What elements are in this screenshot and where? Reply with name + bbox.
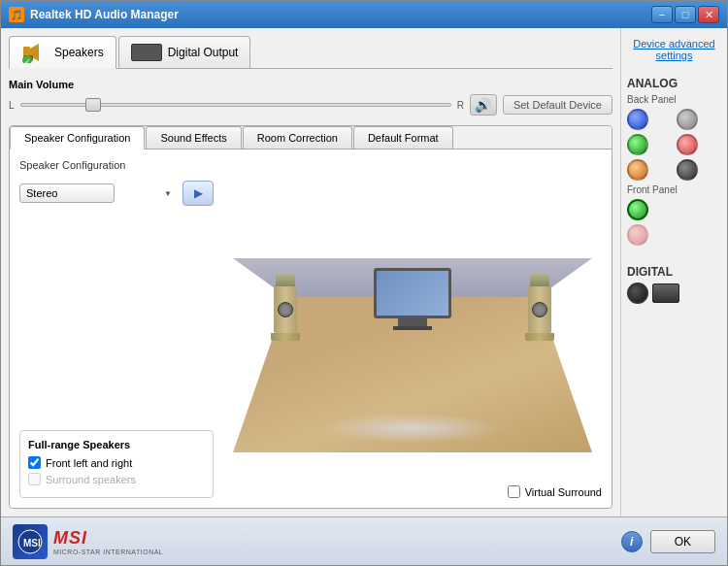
volume-label: Main Volume: [9, 79, 612, 90]
bottom-bar: MSI MSI MICRO-STAR INTERNATIONAL i OK: [1, 516, 727, 565]
front-port-pink[interactable]: [627, 224, 648, 246]
speaker-3d-left: [272, 273, 299, 341]
ok-button[interactable]: OK: [650, 530, 715, 553]
stage: [223, 258, 602, 452]
bottom-right: i OK: [621, 530, 715, 553]
front-port-empty1: [677, 199, 698, 220]
minimize-button[interactable]: −: [651, 6, 673, 23]
main-window: 🎵 Realtek HD Audio Manager − □ ✕: [0, 0, 728, 566]
volume-row: L R 🔊 Set Default Device: [9, 94, 612, 116]
monitor-base: [393, 326, 432, 330]
stage-area: [223, 159, 602, 482]
left-speaker: [272, 273, 299, 341]
window-controls: − □ ✕: [651, 6, 719, 23]
svg-text:✓: ✓: [24, 57, 31, 63]
info-icon: i: [630, 535, 633, 549]
analog-title: ANALOG: [627, 77, 721, 90]
surround-speakers-label: Surround speakers: [46, 474, 136, 485]
speaker-body-left: [274, 286, 297, 333]
inner-tab-speaker-config[interactable]: Speaker Configuration: [10, 126, 145, 150]
port-gray[interactable]: [677, 109, 698, 130]
speaker-config-label: Speaker Configuration: [19, 159, 214, 171]
speaker-cone-right: [532, 302, 547, 317]
front-port-green[interactable]: [627, 199, 648, 220]
speaker-config-select-wrapper: Stereo Quadraphonic 5.1 Surround 7.1 Sur…: [19, 183, 177, 203]
port-pink[interactable]: [677, 134, 698, 155]
inner-tab-default-format[interactable]: Default Format: [353, 126, 453, 149]
msi-brand: MSI: [53, 528, 163, 549]
inner-content: Speaker Configuration Stereo Quadraphoni…: [10, 150, 612, 508]
inner-tab-sound-effects-label: Sound Effects: [160, 132, 226, 144]
digital-port-coaxial[interactable]: [652, 283, 679, 303]
restore-button[interactable]: □: [675, 6, 696, 23]
speaker-3d-right: [526, 273, 553, 341]
digital-ports: [627, 283, 721, 304]
speaker-config-select[interactable]: Stereo Quadraphonic 5.1 Surround 7.1 Sur…: [19, 183, 115, 203]
title-bar: 🎵 Realtek HD Audio Manager − □ ✕: [1, 1, 727, 28]
content-area: ✓ Speakers Digital Output Main Volume L: [1, 28, 727, 516]
port-green[interactable]: [627, 134, 648, 155]
msi-sub: MICRO-STAR INTERNATIONAL: [53, 549, 163, 555]
tab-speakers[interactable]: ✓ Speakers: [9, 36, 116, 69]
monitor: [374, 268, 451, 326]
set-default-button[interactable]: Set Default Device: [503, 95, 612, 115]
surround-speakers-row: Surround speakers: [28, 473, 205, 485]
digital-title: DIGITAL: [627, 265, 721, 279]
app-icon: 🎵: [9, 7, 24, 22]
tab-digital-output[interactable]: Digital Output: [118, 36, 251, 68]
volume-slider-thumb[interactable]: [85, 98, 101, 112]
digital-port-optical[interactable]: [627, 283, 648, 304]
right-speaker: [526, 273, 553, 341]
speaker-visualization: Virtual Surround: [223, 159, 602, 498]
mute-button[interactable]: 🔊: [470, 94, 497, 116]
port-orange[interactable]: [627, 159, 648, 181]
speaker-top-left: [276, 273, 295, 286]
speaker-icon: 🔊: [475, 97, 491, 113]
virtual-surround-checkbox[interactable]: [508, 485, 520, 498]
port-blue[interactable]: [627, 109, 648, 130]
top-tabs: ✓ Speakers Digital Output: [9, 36, 612, 69]
speaker-cone-left: [278, 302, 293, 317]
surround-speakers-checkbox[interactable]: [28, 473, 41, 485]
close-button[interactable]: ✕: [698, 6, 719, 23]
virtual-surround-label: Virtual Surround: [525, 486, 602, 498]
front-panel-label: Front Panel: [627, 184, 721, 195]
msi-text: MSI MICRO-STAR INTERNATIONAL: [53, 528, 163, 555]
inner-tab-sound-effects[interactable]: Sound Effects: [146, 126, 241, 149]
volume-left-label: L: [9, 100, 15, 111]
virtual-surround-row: Virtual Surround: [508, 485, 602, 498]
play-test-button[interactable]: ▶: [182, 181, 214, 206]
volume-slider-track[interactable]: [20, 103, 451, 107]
right-panel: Device advanced settings ANALOG Back Pan…: [620, 28, 727, 516]
device-advanced-settings-link[interactable]: Device advanced settings: [627, 34, 721, 65]
speaker-svg: ✓: [21, 42, 49, 63]
front-port-empty2: [677, 224, 698, 246]
window-title: Realtek HD Audio Manager: [30, 8, 651, 21]
play-icon: ▶: [194, 186, 203, 200]
port-black[interactable]: [677, 159, 698, 181]
volume-right-label: R: [457, 100, 464, 111]
back-panel-ports: [627, 109, 721, 181]
front-left-right-checkbox[interactable]: [28, 456, 41, 469]
digital-output-icon: [131, 44, 162, 61]
front-panel-ports: [627, 199, 721, 246]
tab-speakers-label: Speakers: [54, 46, 104, 59]
digital-section: DIGITAL: [627, 265, 721, 304]
full-range-title: Full-range Speakers: [28, 439, 205, 450]
speaker-base-right: [525, 333, 554, 341]
full-range-section: Full-range Speakers Front left and right…: [19, 430, 214, 498]
inner-tab-room-correction-label: Room Correction: [257, 132, 338, 144]
config-row: Stereo Quadraphonic 5.1 Surround 7.1 Sur…: [19, 181, 214, 206]
inner-panel: Speaker Configuration Sound Effects Room…: [9, 125, 612, 509]
volume-section: Main Volume L R 🔊 Set Default Device: [9, 75, 612, 119]
info-button[interactable]: i: [621, 531, 643, 552]
monitor-screen: [374, 268, 451, 318]
speaker-body-right: [528, 286, 551, 333]
msi-logo-svg: MSI: [16, 527, 45, 556]
main-panel: ✓ Speakers Digital Output Main Volume L: [1, 28, 620, 516]
speakers-icon: ✓: [21, 43, 49, 62]
front-left-right-row: Front left and right: [28, 456, 205, 469]
inner-tab-speaker-config-label: Speaker Configuration: [24, 132, 130, 144]
inner-tab-room-correction[interactable]: Room Correction: [243, 126, 352, 149]
tab-digital-label: Digital Output: [168, 46, 239, 59]
